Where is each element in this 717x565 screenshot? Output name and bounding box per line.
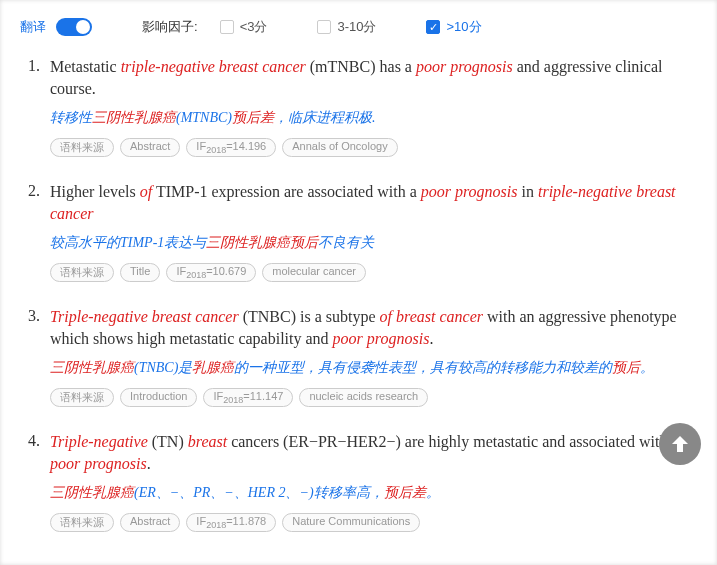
result-item: 3.Triple-negative breast cancer (TNBC) i… bbox=[20, 306, 697, 407]
tag[interactable]: Nature Communications bbox=[282, 513, 420, 532]
tag[interactable]: Title bbox=[120, 263, 160, 282]
tag[interactable]: Abstract bbox=[120, 138, 180, 157]
tag[interactable]: nucleic acids research bbox=[299, 388, 428, 407]
checkbox-icon bbox=[220, 20, 234, 34]
chinese-translation: 较高水平的TIMP-1表达与三阴性乳腺癌预后不良有关 bbox=[50, 232, 697, 253]
tag[interactable]: 语料来源 bbox=[50, 263, 114, 282]
scroll-top-button[interactable] bbox=[659, 423, 701, 465]
tag-row: 语料来源IntroductionIF2018=11.147nucleic aci… bbox=[50, 388, 697, 407]
result-body: Higher levels of TIMP-1 expression are a… bbox=[50, 181, 697, 282]
filter-option-label: >10分 bbox=[446, 18, 481, 36]
english-sentence: Metastatic triple-negative breast cancer… bbox=[50, 56, 697, 101]
chinese-translation: 三阴性乳腺癌(TNBC)是乳腺癌的一种亚型，具有侵袭性表型，具有较高的转移能力和… bbox=[50, 357, 697, 378]
tag[interactable]: Annals of Oncology bbox=[282, 138, 397, 157]
result-number: 2. bbox=[20, 181, 40, 282]
tag-row: 语料来源AbstractIF2018=14.196Annals of Oncol… bbox=[50, 138, 697, 157]
tag[interactable]: 语料来源 bbox=[50, 388, 114, 407]
result-number: 3. bbox=[20, 306, 40, 407]
filter-option-1[interactable]: 3-10分 bbox=[317, 18, 376, 36]
tag-row: 语料来源TitleIF2018=10.679molecular cancer bbox=[50, 263, 697, 282]
results-list: 1.Metastatic triple-negative breast canc… bbox=[10, 56, 707, 532]
tag[interactable]: Introduction bbox=[120, 388, 197, 407]
result-item: 4.Triple-negative (TN) breast cancers (E… bbox=[20, 431, 697, 532]
translate-label: 翻译 bbox=[20, 18, 46, 36]
tag[interactable]: IF2018=14.196 bbox=[186, 138, 276, 157]
chinese-translation: 转移性三阴性乳腺癌(MTNBC)预后差，临床进程积极. bbox=[50, 107, 697, 128]
result-item: 1.Metastatic triple-negative breast canc… bbox=[20, 56, 697, 157]
english-sentence: Triple-negative (TN) breast cancers (ER−… bbox=[50, 431, 697, 476]
filter-option-label: <3分 bbox=[240, 18, 268, 36]
checkbox-icon: ✓ bbox=[426, 20, 440, 34]
tag-row: 语料来源AbstractIF2018=11.878Nature Communic… bbox=[50, 513, 697, 532]
checkbox-icon bbox=[317, 20, 331, 34]
result-item: 2.Higher levels of TIMP-1 expression are… bbox=[20, 181, 697, 282]
translate-toggle[interactable] bbox=[56, 18, 92, 36]
result-body: Triple-negative (TN) breast cancers (ER−… bbox=[50, 431, 697, 532]
tag[interactable]: molecular cancer bbox=[262, 263, 366, 282]
tag[interactable]: 语料来源 bbox=[50, 513, 114, 532]
tag[interactable]: IF2018=11.878 bbox=[186, 513, 276, 532]
english-sentence: Triple-negative breast cancer (TNBC) is … bbox=[50, 306, 697, 351]
result-number: 1. bbox=[20, 56, 40, 157]
filter-option-label: 3-10分 bbox=[337, 18, 376, 36]
filter-option-2[interactable]: ✓>10分 bbox=[426, 18, 481, 36]
result-body: Metastatic triple-negative breast cancer… bbox=[50, 56, 697, 157]
tag[interactable]: 语料来源 bbox=[50, 138, 114, 157]
english-sentence: Higher levels of TIMP-1 expression are a… bbox=[50, 181, 697, 226]
result-body: Triple-negative breast cancer (TNBC) is … bbox=[50, 306, 697, 407]
tag[interactable]: IF2018=11.147 bbox=[203, 388, 293, 407]
filter-option-0[interactable]: <3分 bbox=[220, 18, 268, 36]
chinese-translation: 三阴性乳腺癌(ER、−、PR、−、HER 2、−)转移率高，预后差。 bbox=[50, 482, 697, 503]
tag[interactable]: IF2018=10.679 bbox=[166, 263, 256, 282]
tag[interactable]: Abstract bbox=[120, 513, 180, 532]
result-number: 4. bbox=[20, 431, 40, 532]
filter-bar: 翻译 影响因子: <3分3-10分✓>10分 bbox=[10, 10, 707, 56]
impact-factor-label: 影响因子: bbox=[142, 18, 198, 36]
arrow-up-icon bbox=[668, 432, 692, 456]
